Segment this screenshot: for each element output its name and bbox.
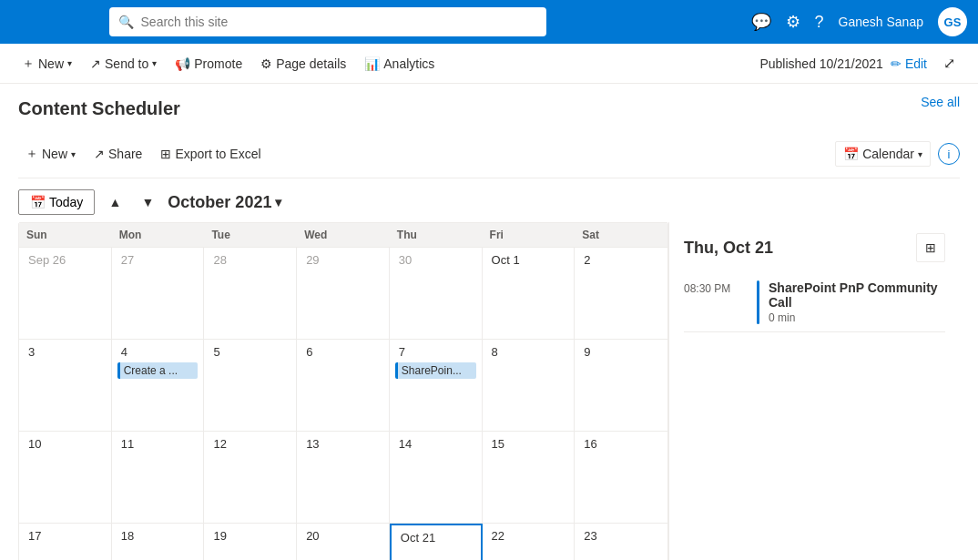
search-icon: 🔍 — [118, 15, 134, 29]
info-button[interactable]: i — [938, 143, 960, 165]
event-row: 08:30 PM SharePoint PnP Community Call 0… — [684, 273, 945, 332]
published-text: Published 10/21/2021 — [759, 56, 882, 71]
page-details-icon: ⚙ — [260, 56, 272, 71]
event-time: 08:30 PM — [684, 280, 748, 324]
next-month-button[interactable]: ▼ — [135, 189, 160, 215]
sub-toolbar: ＋ New ▾ ↗ Share ⊞ Export to Excel 📅 Cale… — [18, 137, 960, 178]
analytics-icon: 📊 — [364, 56, 380, 71]
table-row[interactable]: Sep 26 — [19, 248, 112, 339]
today-button[interactable]: 📅 Today — [18, 189, 95, 215]
prev-month-button[interactable]: ▲ — [102, 189, 127, 215]
new-button[interactable]: ＋ New ▾ — [15, 50, 79, 77]
list-item[interactable]: Create a ... — [117, 362, 199, 379]
event-title[interactable]: SharePoint PnP Community Call — [769, 280, 945, 310]
page-details-button[interactable]: ⚙ Page details — [253, 51, 353, 76]
analytics-button[interactable]: 📊 Analytics — [357, 51, 442, 76]
see-all-link[interactable]: See all — [921, 95, 960, 109]
today-label: Today — [49, 195, 83, 209]
table-row[interactable]: 10 — [19, 432, 112, 523]
edit-icon: ✏ — [891, 56, 902, 71]
side-grid-button[interactable]: ⊞ — [916, 233, 945, 262]
month-chevron: ▾ — [275, 195, 281, 209]
event-bar — [757, 280, 759, 324]
top-right-actions: 💬 ⚙ ? Ganesh Sanap GS — [751, 7, 967, 36]
calendar-grid: Sun Mon Tue Wed Thu Fri Sat Sep 26 27 28… — [18, 222, 668, 560]
table-row[interactable]: 20 — [297, 524, 390, 560]
header-sat: Sat — [575, 223, 667, 247]
sub-plus-icon: ＋ — [25, 146, 38, 162]
edit-button[interactable]: ✏ Edit — [891, 56, 927, 71]
table-row[interactable]: 17 — [19, 524, 112, 560]
collapse-button[interactable]: ⤢ — [934, 49, 963, 78]
new-label: New — [38, 56, 64, 71]
list-item[interactable]: SharePoin... — [395, 362, 476, 379]
send-to-button[interactable]: ↗ Send to ▾ — [83, 51, 164, 76]
calendar-week-1: Sep 26 27 28 29 30 Oct 1 2 — [19, 248, 667, 340]
side-panel: Thu, Oct 21 ⊞ 08:30 PM SharePoint PnP Co… — [668, 222, 960, 560]
table-row[interactable]: 29 — [297, 248, 390, 339]
table-row[interactable]: Oct 1 — [483, 248, 576, 339]
table-row[interactable]: 15 — [483, 432, 576, 523]
table-row[interactable]: 19 — [204, 524, 297, 560]
table-row[interactable]: 11 — [112, 432, 205, 523]
table-row[interactable]: 7 SharePoin... — [390, 340, 483, 431]
calendar-nav: 📅 Today ▲ ▼ October 2021 ▾ — [18, 178, 960, 222]
table-row[interactable]: 9 — [575, 340, 667, 431]
event-duration: 0 min — [769, 311, 945, 324]
settings-icon[interactable]: ⚙ — [786, 12, 800, 32]
notifications-icon[interactable]: 💬 — [751, 12, 771, 32]
page-title: Content Scheduler — [18, 98, 180, 119]
help-icon[interactable]: ? — [815, 13, 824, 32]
calendar-view-button[interactable]: 📅 Calendar ▾ — [835, 141, 931, 167]
table-row[interactable]: 2 — [575, 248, 667, 339]
search-input[interactable] — [141, 15, 537, 29]
month-title-text: October 2021 — [168, 193, 271, 212]
edit-label: Edit — [905, 56, 927, 71]
table-row[interactable]: 14 — [390, 432, 483, 523]
command-bar: ＋ New ▾ ↗ Send to ▾ 📢 Promote ⚙ Page det… — [0, 44, 978, 84]
avatar[interactable]: GS — [938, 7, 967, 36]
header-sun: Sun — [19, 223, 112, 247]
share-button[interactable]: ↗ Share — [87, 142, 149, 166]
sub-new-label: New — [42, 147, 67, 161]
sub-new-chevron: ▾ — [71, 149, 76, 159]
export-label: Export to Excel — [175, 147, 260, 161]
header-tue: Tue — [204, 223, 297, 247]
table-row[interactable]: 3 — [19, 340, 112, 431]
today-calendar-icon: 📅 — [30, 195, 46, 209]
table-row[interactable]: 5 — [204, 340, 297, 431]
export-button[interactable]: ⊞ Export to Excel — [153, 142, 268, 166]
calendar-icon: 📅 — [843, 147, 859, 161]
calendar-grid-wrap: Sun Mon Tue Wed Thu Fri Sat Sep 26 27 28… — [18, 222, 668, 560]
table-row[interactable]: Oct 21 — [390, 524, 483, 560]
table-row[interactable]: 22 — [483, 524, 576, 560]
export-icon: ⊞ — [160, 147, 171, 161]
table-row[interactable]: 4 Create a ... — [112, 340, 205, 431]
table-row[interactable]: 23 — [575, 524, 667, 560]
promote-button[interactable]: 📢 Promote — [168, 51, 250, 76]
table-row[interactable]: 30 — [390, 248, 483, 339]
table-row[interactable]: 12 — [204, 432, 297, 523]
calendar-chevron: ▾ — [918, 149, 922, 159]
table-row[interactable]: 8 — [483, 340, 576, 431]
side-date-header: Thu, Oct 21 ⊞ — [684, 233, 945, 262]
sub-new-button[interactable]: ＋ New ▾ — [18, 141, 83, 167]
share-icon: ↗ — [94, 147, 105, 161]
table-row[interactable]: 28 — [204, 248, 297, 339]
new-chevron: ▾ — [67, 58, 72, 68]
search-box[interactable]: 🔍 — [109, 7, 546, 36]
header-thu: Thu — [390, 223, 483, 247]
table-row[interactable]: 6 — [297, 340, 390, 431]
table-row[interactable]: 27 — [112, 248, 205, 339]
table-row[interactable]: 16 — [575, 432, 667, 523]
month-title[interactable]: October 2021 ▾ — [168, 193, 281, 212]
table-row[interactable]: 13 — [297, 432, 390, 523]
calendar-week-3: 10 11 12 13 14 15 16 — [19, 432, 667, 524]
send-to-chevron: ▾ — [152, 58, 157, 68]
side-date-title: Thu, Oct 21 — [684, 239, 773, 258]
send-to-label: Send to — [105, 56, 148, 71]
promote-icon: 📢 — [175, 56, 190, 71]
calendar-header-row: Sun Mon Tue Wed Thu Fri Sat — [19, 223, 667, 248]
table-row[interactable]: 18 — [112, 524, 205, 560]
send-icon: ↗ — [90, 56, 101, 71]
